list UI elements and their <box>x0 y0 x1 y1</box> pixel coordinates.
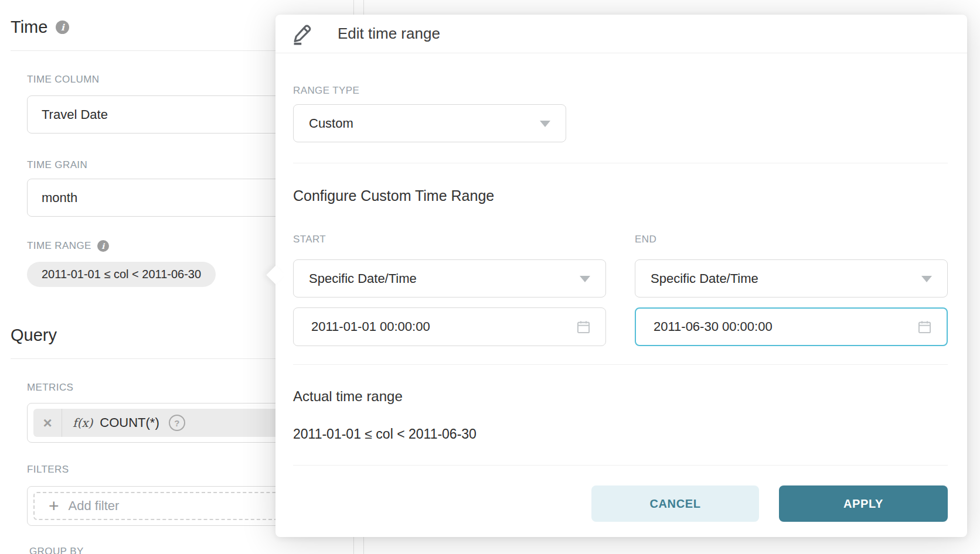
info-icon[interactable]: i <box>56 20 69 34</box>
end-mode-value: Specific Date/Time <box>651 271 758 286</box>
start-date-value: 2011-01-01 00:00:00 <box>311 319 430 334</box>
filters-label: FILTERS <box>27 464 69 476</box>
end-date-value: 2011-06-30 00:00:00 <box>654 319 773 334</box>
close-icon[interactable]: × <box>33 409 62 437</box>
range-type-label: RANGE TYPE <box>293 85 359 97</box>
time-range-label-text: TIME RANGE <box>27 240 91 252</box>
start-label: START <box>293 234 326 245</box>
time-section-title: Time <box>11 18 47 37</box>
chevron-down-icon <box>580 276 590 282</box>
popover-arrow <box>266 265 285 285</box>
popover-header: Edit time range <box>275 15 967 53</box>
group-by-label: GROUP BY <box>29 546 84 554</box>
start-mode-select[interactable]: Specific Date/Time <box>293 259 606 297</box>
popover-divider <box>293 163 948 163</box>
function-icon: f(x) <box>73 416 93 430</box>
cancel-button[interactable]: CANCEL <box>591 485 759 522</box>
info-icon[interactable]: i <box>97 240 109 252</box>
actual-range-heading: Actual time range <box>293 388 403 405</box>
popover-divider <box>293 465 948 466</box>
time-grain-label: TIME GRAIN <box>27 159 87 171</box>
metrics-label: METRICS <box>27 382 73 394</box>
apply-button[interactable]: APPLY <box>779 485 948 522</box>
calendar-icon[interactable] <box>576 319 591 335</box>
start-date-input[interactable]: 2011-01-01 00:00:00 <box>293 307 606 346</box>
plus-icon: + <box>49 497 59 515</box>
end-date-input[interactable]: 2011-06-30 00:00:00 <box>635 307 948 346</box>
configure-heading: Configure Custom Time Range <box>293 187 494 204</box>
time-range-label: TIME RANGE i <box>27 240 109 252</box>
actual-range-value: 2011-01-01 ≤ col < 2011-06-30 <box>293 426 477 442</box>
start-mode-value: Specific Date/Time <box>309 271 417 286</box>
question-icon[interactable]: ? <box>169 415 185 431</box>
explore-page: Time i TIME COLUMN Travel Date TIME GRAI… <box>0 0 980 554</box>
time-section-heading: Time i <box>11 18 69 37</box>
chevron-down-icon <box>540 121 550 127</box>
chevron-down-icon <box>921 276 932 282</box>
add-filter-label: Add filter <box>69 498 120 514</box>
time-grain-value: month <box>42 190 77 206</box>
query-section-heading: Query <box>11 326 57 345</box>
end-mode-select[interactable]: Specific Date/Time <box>635 259 948 297</box>
time-range-pill[interactable]: 2011-01-01 ≤ col < 2011-06-30 <box>27 262 216 287</box>
calendar-icon[interactable] <box>917 319 933 335</box>
end-label: END <box>635 234 656 245</box>
time-column-label: TIME COLUMN <box>27 74 99 86</box>
edit-time-range-popover: Edit time range RANGE TYPE Custom Config… <box>275 15 967 537</box>
popover-title: Edit time range <box>338 25 440 43</box>
time-range-pill-text: 2011-01-01 ≤ col < 2011-06-30 <box>42 268 201 281</box>
query-section-title: Query <box>11 326 57 345</box>
metric-name: COUNT(*) <box>100 415 159 430</box>
time-column-value: Travel Date <box>42 107 108 122</box>
popover-divider <box>293 364 948 365</box>
range-type-select[interactable]: Custom <box>293 104 566 142</box>
pencil-icon <box>291 23 313 45</box>
range-type-value: Custom <box>309 116 353 131</box>
